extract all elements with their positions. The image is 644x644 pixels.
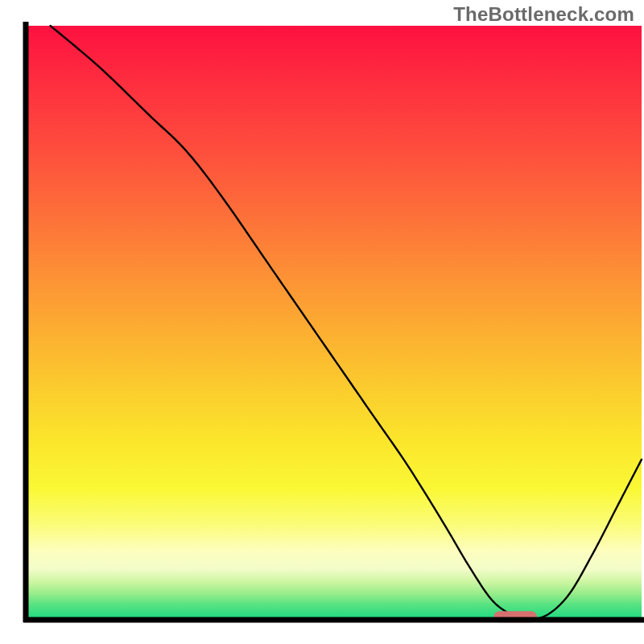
chart-frame: TheBottleneck.com (0, 0, 644, 644)
bottleneck-plot (0, 0, 644, 644)
chart-background (26, 26, 642, 620)
